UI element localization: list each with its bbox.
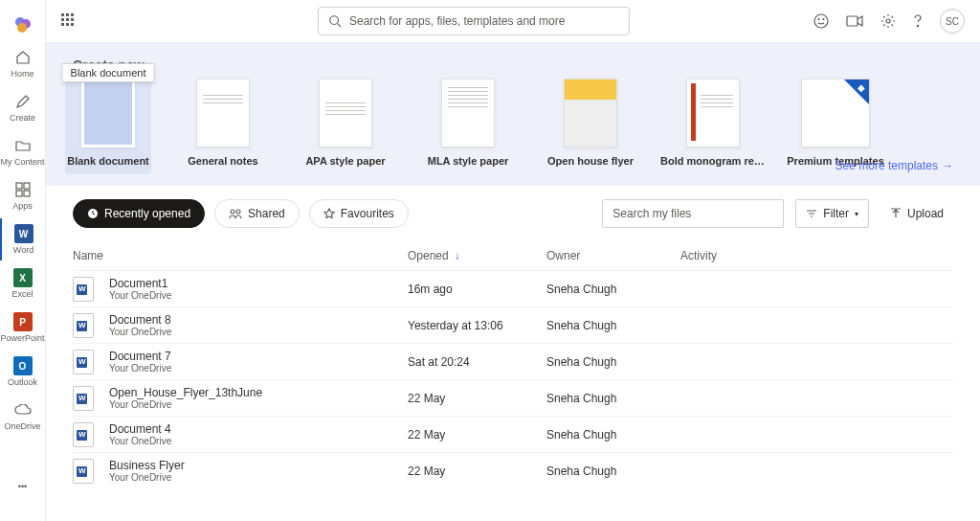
file-location: Your OneDrive (109, 472, 185, 483)
filter-button[interactable]: Filter ▾ (795, 199, 869, 228)
col-name[interactable]: Name (73, 249, 408, 262)
template-general-notes[interactable]: General notes (180, 79, 266, 167)
video-icon[interactable] (846, 14, 863, 28)
file-opened: Yesterday at 13:06 (408, 319, 546, 332)
global-search[interactable] (318, 7, 630, 35)
word-document-icon (73, 422, 94, 447)
file-opened: 16m ago (408, 283, 546, 296)
file-owner: Sneha Chugh (546, 464, 680, 478)
rail-mycontent[interactable]: My Content (0, 130, 46, 172)
table-row[interactable]: Open_House_Flyer_13thJuneYour OneDrive22… (73, 379, 953, 416)
template-bold-monogram[interactable]: Bold monogram res... (670, 79, 756, 167)
word-document-icon (73, 459, 94, 484)
file-location: Your OneDrive (109, 363, 171, 374)
file-owner: Sneha Chugh (546, 283, 680, 296)
rail-onedrive[interactable]: OneDrive (0, 395, 46, 437)
table-row[interactable]: Document 8Your OneDriveYesterday at 13:0… (73, 306, 953, 343)
svg-rect-5 (16, 191, 22, 196)
file-location: Your OneDrive (109, 399, 262, 410)
rail-create[interactable]: Create (0, 86, 46, 128)
see-more-templates-link[interactable]: See more templates → (835, 159, 953, 172)
tab-favourites[interactable]: Favourites (309, 199, 409, 228)
premium-diamond-icon: ◆ (858, 82, 865, 93)
col-owner[interactable]: Owner (546, 249, 680, 262)
powerpoint-icon: P (13, 312, 33, 331)
word-document-icon (73, 386, 94, 411)
svg-point-13 (917, 25, 918, 26)
table-row[interactable]: Document 7Your OneDriveSat at 20:24Sneha… (73, 343, 953, 379)
file-title: Business Flyer (109, 459, 185, 472)
word-icon: W (14, 224, 33, 243)
file-owner: Sneha Chugh (546, 428, 680, 442)
col-opened[interactable]: Opened ↓ (408, 249, 546, 262)
excel-icon: X (13, 268, 33, 287)
app-launcher-icon[interactable] (61, 13, 77, 29)
file-opened: 22 May (408, 428, 546, 442)
search-input[interactable] (349, 14, 619, 28)
user-avatar[interactable]: SC (940, 9, 965, 34)
file-opened: Sat at 20:24 (408, 355, 546, 369)
table-row[interactable]: Business FlyerYour OneDrive22 MaySneha C… (73, 452, 953, 488)
template-thumb (441, 79, 495, 147)
svg-point-9 (818, 19, 819, 20)
svg-rect-6 (24, 191, 30, 196)
template-tooltip: Blank document (62, 63, 155, 82)
template-blank-document[interactable]: Blank document Blank document (65, 71, 151, 174)
files-table: Name Opened ↓ Owner Activity Document1Yo… (46, 241, 980, 488)
rail-home[interactable]: Home (0, 42, 46, 84)
rail-more[interactable]: ••• (0, 471, 46, 502)
search-my-files-input[interactable] (602, 199, 784, 228)
rail-excel[interactable]: X Excel (0, 262, 46, 305)
template-thumb (319, 79, 372, 147)
home-icon (13, 48, 33, 67)
app-rail: Home Create My Content Apps W Word X Exc… (0, 0, 46, 521)
chevron-down-icon: ▾ (855, 210, 858, 218)
rail-word[interactable]: W Word (0, 218, 46, 260)
word-document-icon (73, 350, 94, 374)
apps-icon (13, 180, 33, 199)
file-opened: 22 May (408, 392, 546, 405)
folder-icon (13, 136, 33, 155)
word-document-icon (73, 277, 94, 302)
clock-icon (87, 208, 99, 219)
file-title: Open_House_Flyer_13thJune (109, 386, 262, 399)
rail-logo[interactable] (0, 10, 46, 40)
file-title: Document1 (109, 277, 171, 290)
template-mla-paper[interactable]: MLA style paper (425, 79, 511, 167)
tab-recently-opened[interactable]: Recently opened (73, 199, 205, 228)
upload-button[interactable]: Upload (880, 199, 953, 228)
svg-point-8 (814, 14, 828, 28)
svg-point-10 (823, 19, 824, 20)
file-title: Document 7 (109, 350, 171, 363)
file-location: Your OneDrive (109, 327, 171, 337)
template-open-house-flyer[interactable]: Open house flyer (547, 79, 634, 167)
table-row[interactable]: Document 4Your OneDrive22 MaySneha Chugh (73, 416, 953, 452)
create-new-heading: Create new (73, 57, 953, 73)
pencil-icon (13, 92, 33, 111)
filter-icon (806, 209, 817, 218)
help-icon[interactable] (913, 13, 923, 29)
tab-shared[interactable]: Shared (214, 199, 300, 228)
table-row[interactable]: Document1Your OneDrive16m agoSneha Chugh (73, 270, 953, 306)
template-thumb (564, 79, 617, 147)
col-activity[interactable]: Activity (680, 249, 953, 262)
svg-rect-4 (24, 183, 30, 189)
file-title: Document 4 (109, 422, 171, 436)
file-title: Document 8 (109, 313, 171, 327)
arrow-right-icon: → (942, 159, 953, 172)
rail-apps[interactable]: Apps (0, 174, 46, 216)
file-owner: Sneha Chugh (546, 355, 680, 369)
svg-point-2 (17, 23, 27, 33)
rail-outlook[interactable]: O Outlook (0, 351, 46, 393)
template-premium[interactable]: ◆ Premium templates (792, 79, 879, 167)
emoji-icon[interactable] (813, 13, 829, 29)
star-icon (323, 208, 335, 219)
upload-icon (890, 208, 902, 219)
svg-point-15 (231, 210, 234, 214)
settings-icon[interactable] (880, 13, 896, 29)
file-location: Your OneDrive (109, 436, 171, 446)
template-apa-paper[interactable]: APA style paper (302, 79, 389, 167)
table-header: Name Opened ↓ Owner Activity (73, 241, 953, 270)
rail-powerpoint[interactable]: P PowerPoint (0, 306, 46, 349)
more-icon: ••• (13, 477, 33, 496)
